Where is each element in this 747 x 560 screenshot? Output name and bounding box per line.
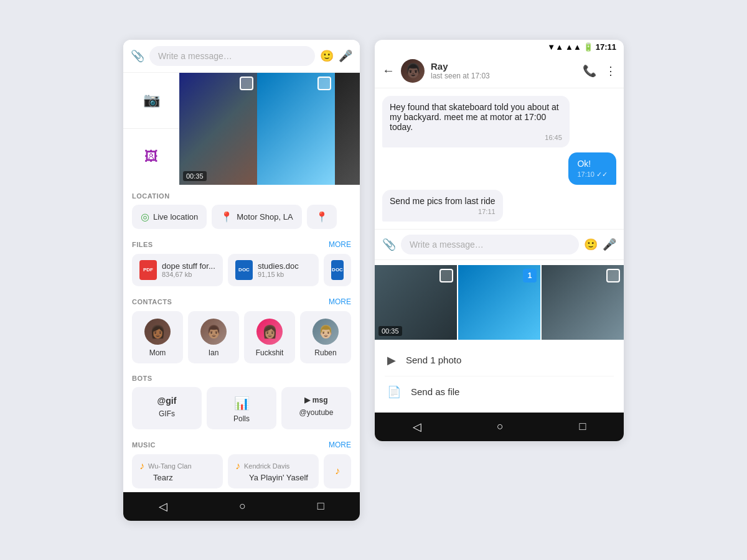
signal-icon: ▲▲ xyxy=(565,42,581,52)
msg-time-sent-1: 17:10 ✓✓ xyxy=(577,170,608,179)
file-size-1: 834,67 kb xyxy=(162,271,215,278)
msg-text-sent-1: Ok! xyxy=(577,159,591,169)
right-home-nav[interactable]: ○ xyxy=(497,420,504,433)
thumb-2[interactable] xyxy=(257,73,335,185)
thumb-checkbox-2[interactable] xyxy=(317,77,331,90)
files-more[interactable]: MORE xyxy=(329,240,351,249)
bot-name-youtube: @youtube xyxy=(299,408,334,417)
photo-thumb-1[interactable]: 00:35 xyxy=(375,265,457,340)
doc-icon-3: DOC xyxy=(331,260,344,280)
msg-text-2: Send me pics from last ride xyxy=(390,196,496,206)
right-recents-nav[interactable]: □ xyxy=(579,420,586,433)
contact-name-ruben: Ruben xyxy=(314,348,336,357)
right-mic-icon[interactable]: 🎤 xyxy=(603,238,616,251)
contacts-section: CONTACTS MORE 👩🏾 Mom 👨🏽 Ian 👩🏽 Fuckshit xyxy=(123,290,360,367)
photo-thumb-3[interactable] xyxy=(542,265,624,340)
camera-button[interactable]: 📷 xyxy=(123,73,179,129)
left-recents-nav[interactable]: □ xyxy=(317,500,324,513)
gif-icon: @gif xyxy=(157,396,177,406)
file-info-1: dope stuff for... 834,67 kb xyxy=(162,261,215,278)
sent-time-value: 17:10 xyxy=(577,170,594,178)
thumb-duration-1: 00:35 xyxy=(183,171,207,181)
photo-check-selected-2[interactable]: 1 xyxy=(523,269,537,282)
right-sticker-icon[interactable]: 🙂 xyxy=(584,238,598,251)
music-chip-3[interactable]: ♪ xyxy=(324,454,351,488)
music-title-1: Tearz xyxy=(139,473,215,482)
sticker-icon[interactable]: 🙂 xyxy=(320,49,334,63)
contacts-more[interactable]: MORE xyxy=(329,297,351,306)
back-button[interactable]: ← xyxy=(382,63,395,78)
contact-ian[interactable]: 👨🏽 Ian xyxy=(188,311,239,363)
left-back-nav[interactable]: ◁ xyxy=(159,500,167,513)
thumb-1[interactable]: 00:35 xyxy=(179,73,257,185)
bot-polls[interactable]: 📊 Polls xyxy=(207,387,276,429)
music-chip-2[interactable]: ♪ Kendrick Davis Ya Playin' Yaself xyxy=(228,454,319,488)
photo-duration-1: 00:35 xyxy=(378,326,402,336)
music-title-2: Ya Playin' Yaself xyxy=(235,473,311,482)
bots-title: BOTS xyxy=(132,375,153,382)
music-row: ♪ Wu-Tang Clan Tearz ♪ Kendrick Davis Ya… xyxy=(132,454,351,488)
bots-section: BOTS @gif GIFs 📊 Polls ▶ msg @youtube xyxy=(123,367,360,433)
extra-location-chip[interactable]: 📍 xyxy=(307,205,337,229)
wifi-signal-battery: ▼▲ ▲▲ 🔋 xyxy=(547,42,593,52)
photo-check-1[interactable] xyxy=(439,269,453,282)
left-message-input[interactable]: Write a message… xyxy=(149,46,315,66)
send-photo-option[interactable]: ▶ Send 1 photo xyxy=(385,345,614,376)
contact-fuckshit[interactable]: 👩🏽 Fuckshit xyxy=(244,311,295,363)
photo-check-3[interactable] xyxy=(606,269,620,282)
bot-gif[interactable]: @gif GIFs xyxy=(132,387,202,429)
send-file-option[interactable]: 📄 Send as file xyxy=(385,376,614,408)
more-options-icon[interactable]: ⋮ xyxy=(605,64,616,78)
file-name-1: dope stuff for... xyxy=(162,261,215,271)
live-location-label: Live location xyxy=(153,212,198,222)
photo-thumb-2[interactable]: 1 xyxy=(458,265,540,340)
message-received-1: Hey found that skateboard told you about… xyxy=(382,96,570,147)
status-time: 17:11 xyxy=(596,42,616,52)
music-more[interactable]: MORE xyxy=(329,441,351,449)
contact-ruben[interactable]: 👨🏼 Ruben xyxy=(300,311,351,363)
extra-location-icon: 📍 xyxy=(316,211,328,223)
file-chip-1[interactable]: PDF dope stuff for... 834,67 kb xyxy=(132,254,223,286)
right-attach-icon[interactable]: 📎 xyxy=(382,238,396,251)
ray-avatar[interactable]: 👨🏿 xyxy=(401,59,425,83)
send-file-label: Send as file xyxy=(411,386,459,397)
file-chip-3[interactable]: DOC xyxy=(324,254,351,286)
msg-time-1: 16:45 xyxy=(390,134,562,141)
msg-text-1: Hey found that skateboard told you about… xyxy=(390,102,559,132)
right-message-input[interactable]: Write a message… xyxy=(401,235,579,254)
bots-header: BOTS xyxy=(132,375,351,382)
bot-youtube[interactable]: ▶ msg @youtube xyxy=(281,387,351,429)
thumb-checkbox-1[interactable] xyxy=(240,77,253,90)
files-title: FILES xyxy=(132,241,153,248)
chat-input-area: 📎 Write a message… 🙂 🎤 xyxy=(375,229,624,260)
chat-messages: Hey found that skateboard told you about… xyxy=(375,88,624,229)
bot-name-polls: Polls xyxy=(233,414,250,423)
msg-time-2: 17:11 xyxy=(390,208,496,215)
chat-contact-name: Ray xyxy=(431,61,576,72)
left-phone: 📎 Write a message… 🙂 🎤 📷 🖼 00:35 xyxy=(123,40,360,521)
status-bar: ▼▲ ▲▲ 🔋 17:11 xyxy=(375,40,624,54)
location-section: LOCATION ◎ Live location 📍 Motor Shop, L… xyxy=(123,185,360,233)
music-chip-1[interactable]: ♪ Wu-Tang Clan Tearz xyxy=(132,454,223,488)
right-back-nav[interactable]: ◁ xyxy=(413,420,421,434)
mic-icon[interactable]: 🎤 xyxy=(339,49,352,63)
motor-shop-chip[interactable]: 📍 Motor Shop, LA xyxy=(212,205,301,229)
file-chip-2[interactable]: DOC studies.doc 91,15 kb xyxy=(228,254,319,286)
message-sent-1: Ok! 17:10 ✓✓ xyxy=(568,152,616,185)
right-input-placeholder: Write a message… xyxy=(410,240,484,250)
contact-mom[interactable]: 👩🏾 Mom xyxy=(132,311,183,363)
contacts-row: 👩🏾 Mom 👨🏽 Ian 👩🏽 Fuckshit 👨🏼 Ruben xyxy=(132,311,351,363)
avatar-ruben: 👨🏼 xyxy=(312,319,339,345)
files-section: FILES MORE PDF dope stuff for... 834,67 … xyxy=(123,233,360,290)
music-artist-2: Kendrick Davis xyxy=(244,462,289,470)
attach-icon[interactable]: 📎 xyxy=(131,49,144,63)
gallery-button[interactable]: 🖼 xyxy=(123,129,179,185)
thumb-3[interactable] xyxy=(335,73,360,185)
location-row: ◎ Live location 📍 Motor Shop, LA 📍 xyxy=(132,205,351,229)
send-file-icon: 📄 xyxy=(387,385,401,399)
phone-icon[interactable]: 📞 xyxy=(583,64,596,78)
live-location-chip[interactable]: ◎ Live location xyxy=(132,205,207,229)
bot-name-gif: GIFs xyxy=(159,409,175,418)
left-home-nav[interactable]: ○ xyxy=(239,500,246,513)
avatar-fuckshit: 👩🏽 xyxy=(256,319,283,345)
